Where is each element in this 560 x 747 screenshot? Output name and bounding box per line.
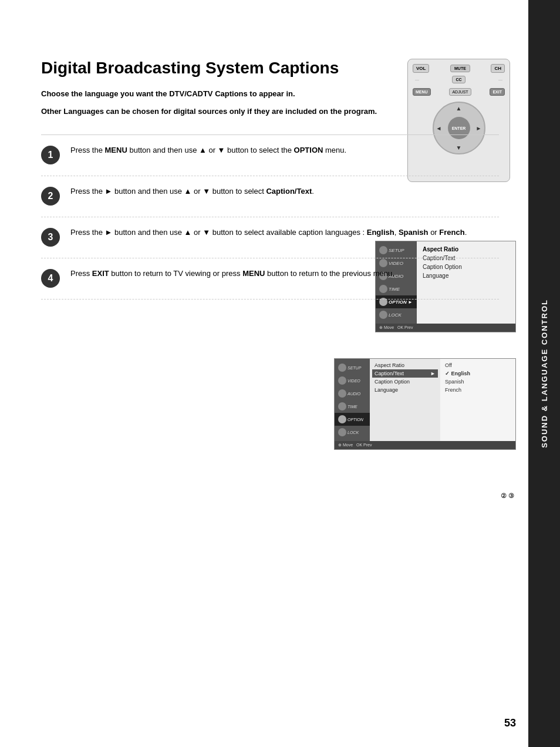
step-1-row: 1 Press the MENU button and then use ▲ o… (41, 135, 499, 176)
step-1-text: Press the MENU button and then use ▲ or … (70, 144, 499, 156)
steps-container: 1 Press the MENU button and then use ▲ o… (41, 134, 499, 300)
main-content: Digital Broadcasting System Captions Cho… (0, 0, 528, 747)
step-3-text: Press the ► button and then use ▲ or ▼ b… (70, 227, 499, 238)
sidebar-label: SOUND & LANGUAGE CONTROL (540, 299, 549, 448)
step-4-number: 4 (41, 269, 60, 288)
step-4-text: Press EXIT button to return to TV viewin… (70, 268, 499, 280)
intro-line1: Choose the language you want the DTV/CAD… (41, 88, 499, 100)
step-3-number: 3 (41, 228, 60, 247)
step-4-row: 4 Press EXIT button to return to TV view… (41, 258, 499, 300)
right-sidebar: SOUND & LANGUAGE CONTROL (528, 0, 560, 747)
intro-line2: Other Languages can be chosen for digita… (41, 106, 499, 117)
page-title: Digital Broadcasting System Captions (41, 59, 499, 78)
page-number: 53 (504, 717, 516, 729)
step-3-row: 3 Press the ► button and then use ▲ or ▼… (41, 217, 499, 258)
step-2-number: 2 (41, 187, 60, 206)
step-1-number: 1 (41, 146, 60, 164)
step-2-row: 2 Press the ► button and then use ▲ or ▼… (41, 176, 499, 217)
step-2-text: Press the ► button and then use ▲ or ▼ b… (70, 186, 499, 197)
